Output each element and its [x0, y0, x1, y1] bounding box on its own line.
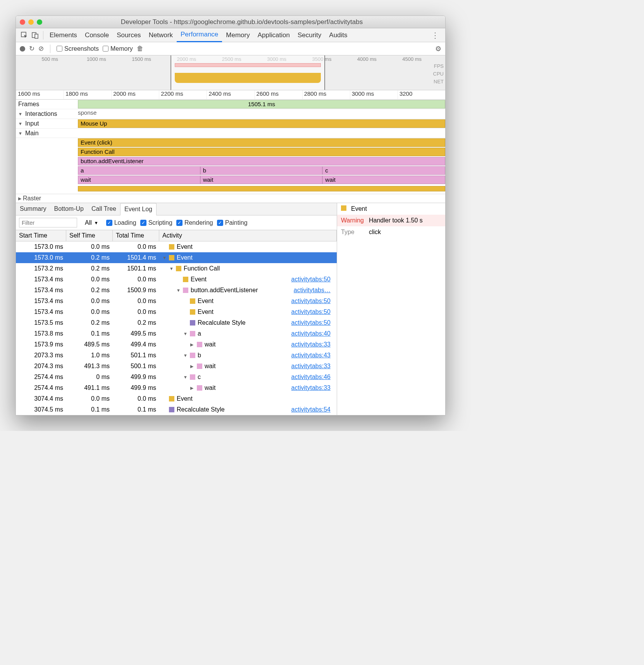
source-link[interactable]: activitytabs:50 [291, 276, 334, 283]
source-link[interactable]: activitytabs:54 [291, 406, 334, 413]
flame-bar[interactable]: wait [78, 176, 200, 184]
input-track-label[interactable]: Input [16, 119, 78, 128]
tab-performance[interactable]: Performance [177, 28, 222, 42]
main-track-label[interactable]: Main [16, 129, 78, 138]
event-log-row[interactable]: 1573.4 ms0.0 ms0.0 msEventactivitytabs:5… [16, 307, 337, 317]
source-link[interactable]: activitytabs:50 [291, 319, 334, 326]
tab-network[interactable]: Network [145, 28, 177, 42]
source-link[interactable]: activitytabs:33 [291, 341, 334, 348]
flame-bar[interactable]: wait [322, 176, 445, 184]
activity-color-icon [197, 385, 202, 391]
overview-timeline[interactable]: 500 ms1000 ms1500 ms2000 ms2500 ms3000 m… [16, 55, 445, 90]
flame-bar[interactable]: wait [200, 176, 323, 184]
event-log-row[interactable]: 2074.3 ms491.3 ms500.1 ms▶waitactivityta… [16, 361, 337, 372]
source-link[interactable]: activitytabs:43 [291, 352, 334, 359]
event-log-row[interactable]: 1573.4 ms0.0 ms0.0 msEventactivitytabs:5… [16, 274, 337, 285]
event-log-row[interactable]: 1573.2 ms0.2 ms1501.1 ms▼Function Call [16, 263, 337, 274]
main-tabs: ElementsConsoleSourcesNetworkPerformance… [16, 28, 445, 42]
activity-color-icon [169, 255, 174, 260]
tab-console[interactable]: Console [81, 28, 113, 42]
event-log-row[interactable]: 1573.9 ms489.5 ms499.4 ms▶waitactivityta… [16, 339, 337, 350]
bottom-tab-summary[interactable]: Summary [16, 203, 50, 215]
source-link[interactable]: activitytabs:50 [291, 308, 334, 315]
disclosure-icon[interactable]: ▶ [190, 342, 195, 347]
flame-bar[interactable]: Function Call [78, 148, 445, 156]
source-link[interactable]: activitytabs:33 [291, 363, 334, 370]
event-log-row[interactable]: 3074.4 ms0.0 ms0.0 msEvent [16, 393, 337, 404]
event-log-body: 1573.0 ms0.0 ms0.0 msEvent1573.0 ms0.2 m… [16, 241, 337, 415]
disclosure-icon[interactable]: ▶ [190, 364, 195, 369]
flame-bar[interactable]: b [200, 166, 323, 175]
memory-checkbox[interactable]: Memory [103, 45, 133, 52]
source-link[interactable]: activitytabs:33 [291, 384, 334, 391]
source-link[interactable]: activitytabs:50 [291, 298, 334, 305]
disclosure-icon[interactable]: ▼ [162, 255, 167, 260]
devtools-window: Developer Tools - https://googlechrome.g… [15, 16, 446, 415]
time-ruler: 1600 ms1800 ms2000 ms2200 ms2400 ms2600 … [16, 90, 445, 100]
zoom-icon[interactable] [37, 19, 42, 25]
reload-icon[interactable]: ↻ [29, 45, 34, 53]
bottom-tab-call-tree[interactable]: Call Tree [88, 203, 120, 215]
disclosure-icon[interactable]: ▼ [169, 266, 174, 271]
event-log-row[interactable]: 1573.0 ms0.0 ms0.0 msEvent [16, 241, 337, 252]
tab-security[interactable]: Security [294, 28, 325, 42]
tab-memory[interactable]: Memory [222, 28, 253, 42]
frames-track-label: Frames [16, 100, 78, 109]
bottom-tab-bottom-up[interactable]: Bottom-Up [50, 203, 87, 215]
gear-icon[interactable]: ⚙ [435, 45, 441, 53]
trash-icon[interactable]: 🗑 [137, 45, 143, 53]
micro-tasks-bar [78, 186, 445, 191]
scripting-checkbox[interactable]: ✓Scripting [140, 219, 172, 226]
disclosure-icon[interactable]: ▼ [183, 375, 188, 379]
source-link[interactable]: activitytabs:46 [291, 374, 334, 381]
frame-bar[interactable]: 1505.1 ms [78, 100, 445, 109]
painting-checkbox[interactable]: ✓Painting [217, 219, 248, 226]
minimize-icon[interactable] [28, 19, 34, 25]
raster-track-label[interactable]: Raster [23, 195, 41, 202]
clear-icon[interactable]: ⊘ [38, 45, 44, 53]
close-icon[interactable] [20, 19, 25, 25]
event-log-row[interactable]: 1573.4 ms0.0 ms0.0 msEventactivitytabs:5… [16, 296, 337, 307]
event-log-row[interactable]: 2073.3 ms1.0 ms501.1 ms▼bactivitytabs:43 [16, 350, 337, 361]
tab-sources[interactable]: Sources [113, 28, 145, 42]
flame-bar[interactable]: button.addEventListener [78, 157, 445, 165]
mouseup-bar[interactable]: Mouse Up [78, 119, 445, 128]
event-log-row[interactable]: 1573.8 ms0.1 ms499.5 ms▼aactivitytabs:40 [16, 328, 337, 339]
kebab-icon[interactable]: ⋮ [428, 31, 442, 40]
inspect-icon[interactable] [19, 32, 30, 39]
flame-bar[interactable]: a [78, 166, 200, 175]
source-link[interactable]: activitytabs:40 [291, 330, 334, 337]
record-button[interactable] [20, 46, 25, 52]
screenshots-checkbox[interactable]: Screenshots [57, 45, 99, 52]
warning-text: Handler took 1.50 s [369, 217, 423, 224]
rendering-checkbox[interactable]: ✓Rendering [176, 219, 213, 226]
filter-input[interactable] [19, 218, 77, 227]
loading-checkbox[interactable]: ✓Loading [106, 219, 136, 226]
disclosure-icon[interactable]: ▶ [190, 386, 195, 391]
event-log-row[interactable]: 2574.4 ms0 ms499.9 ms▼cactivitytabs:46 [16, 372, 337, 382]
event-log-row[interactable]: 1573.4 ms0.2 ms1500.9 ms▼button.addEvent… [16, 285, 337, 296]
bottom-tab-event-log[interactable]: Event Log [120, 203, 157, 215]
flame-bar[interactable]: c [322, 166, 445, 175]
activity-color-icon [169, 396, 174, 401]
bottom-tabs: SummaryBottom-UpCall TreeEvent Log [16, 203, 337, 215]
event-log-row[interactable]: 2574.4 ms491.1 ms499.9 ms▶waitactivityta… [16, 382, 337, 393]
interactions-track-label[interactable]: Interactions [16, 110, 78, 118]
tab-application[interactable]: Application [254, 28, 294, 42]
activity-color-icon [169, 244, 174, 250]
flame-chart[interactable]: Frames 1505.1 ms Interactions sponse Inp… [16, 100, 445, 203]
all-dropdown[interactable]: All ▼ [81, 219, 102, 227]
disclosure-icon[interactable]: ▼ [176, 288, 181, 293]
device-icon[interactable] [30, 32, 41, 39]
flame-bar[interactable]: Event (click) [78, 138, 445, 147]
event-log-row[interactable]: 1573.0 ms0.2 ms1501.4 ms▼Event [16, 252, 337, 263]
event-log-header: Start Time Self Time Total Time Activity [16, 230, 337, 241]
source-link[interactable]: activitytabs… [294, 287, 334, 294]
event-log-row[interactable]: 3074.5 ms0.1 ms0.1 msRecalculate Styleac… [16, 404, 337, 415]
tab-audits[interactable]: Audits [325, 28, 351, 42]
tab-elements[interactable]: Elements [46, 28, 81, 42]
activity-color-icon [183, 288, 188, 293]
disclosure-icon[interactable]: ▼ [183, 353, 188, 358]
event-log-row[interactable]: 1573.5 ms0.2 ms0.2 msRecalculate Styleac… [16, 317, 337, 328]
disclosure-icon[interactable]: ▼ [183, 331, 188, 336]
